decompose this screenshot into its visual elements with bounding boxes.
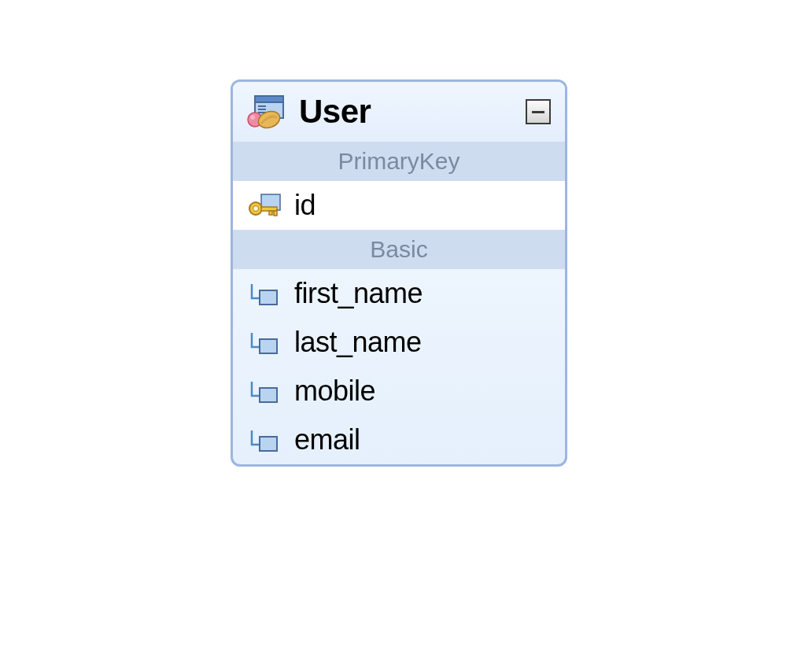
section-label-basic: Basic <box>233 230 565 269</box>
svg-rect-3 <box>258 109 266 110</box>
svg-rect-15 <box>260 339 277 353</box>
svg-rect-17 <box>260 437 277 451</box>
field-name-mobile: mobile <box>294 375 375 408</box>
svg-rect-12 <box>269 211 272 215</box>
field-name-id: id <box>294 189 316 222</box>
svg-rect-2 <box>258 105 266 107</box>
svg-rect-13 <box>274 211 277 216</box>
section-label-primarykey: PrimaryKey <box>233 142 565 181</box>
attribute-icon <box>247 328 282 356</box>
field-name-last-name: last_name <box>294 326 422 359</box>
attribute-icon <box>247 377 282 405</box>
field-row-last-name[interactable]: last_name <box>233 318 565 367</box>
field-row-email[interactable]: email <box>233 415 565 464</box>
field-row-id[interactable]: id <box>233 181 565 230</box>
field-row-mobile[interactable]: mobile <box>233 367 565 415</box>
key-icon <box>247 191 282 220</box>
entity-header: User <box>233 82 565 142</box>
svg-rect-16 <box>260 388 277 402</box>
svg-point-10 <box>253 206 259 212</box>
entity-user[interactable]: User PrimaryKey id Basic first_name <box>231 79 567 467</box>
svg-point-6 <box>250 115 255 120</box>
svg-rect-1 <box>255 96 283 102</box>
collapse-button[interactable] <box>526 99 551 124</box>
field-name-email: email <box>294 423 360 456</box>
field-name-first-name: first_name <box>294 277 423 310</box>
entity-icon <box>247 94 288 129</box>
field-row-first-name[interactable]: first_name <box>233 269 565 318</box>
attribute-icon <box>247 279 282 308</box>
attribute-icon <box>247 426 282 454</box>
entity-title: User <box>299 93 515 131</box>
svg-rect-14 <box>260 290 277 305</box>
